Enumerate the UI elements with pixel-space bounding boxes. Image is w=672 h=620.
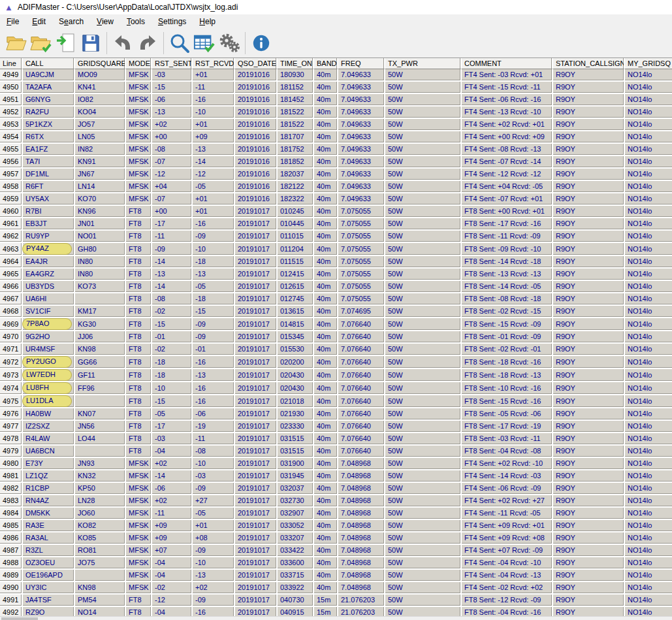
cell-qso_date[interactable]: 20191017	[235, 495, 278, 508]
cell-my_gridsq[interactable]: NO14lo	[625, 470, 672, 483]
cell-tx_pwr[interactable]: 50W	[385, 181, 462, 193]
cell-rst_rcvd[interactable]: -13	[193, 570, 235, 582]
cell-line[interactable]: 4986	[0, 532, 23, 545]
cell-qso_date[interactable]: 20191016	[235, 181, 278, 193]
cell-call[interactable]: UA6BCN	[23, 446, 75, 458]
cell-tx_pwr[interactable]: 50W	[385, 408, 462, 421]
cell-call[interactable]: LU1DLA	[23, 395, 75, 408]
cell-freq[interactable]: 7.049633	[338, 131, 385, 144]
cell-rst_sent[interactable]: +02	[152, 119, 193, 131]
cell-rst_sent[interactable]: -06	[152, 94, 193, 106]
cell-freq[interactable]: 7.048968	[338, 520, 385, 532]
cell-freq[interactable]: 21.076203	[338, 595, 385, 607]
cell-gridsquare[interactable]: IN82	[75, 144, 126, 156]
cell-rst_rcvd[interactable]: -11	[193, 82, 235, 94]
cell-freq[interactable]: 7.048968	[338, 545, 385, 557]
cell-station_callsign[interactable]: R9OY	[553, 281, 625, 293]
cell-rst_sent[interactable]: -12	[152, 169, 193, 181]
cell-my_gridsq[interactable]: NO14lo	[625, 532, 672, 545]
cell-gridsquare[interactable]: IN80	[75, 256, 126, 269]
cell-mode[interactable]: MFSK	[126, 508, 152, 520]
cell-rst_sent[interactable]: -07	[152, 193, 193, 206]
cell-tx_pwr[interactable]: 50W	[385, 595, 462, 607]
cell-call[interactable]: 7P8AO	[23, 318, 75, 331]
cell-call[interactable]: TA2AFA	[23, 82, 75, 94]
cell-rst_rcvd[interactable]: -10	[193, 458, 235, 470]
cell-comment[interactable]: FT4 Sent: +02 Rcvd: +27	[462, 495, 553, 508]
cell-tx_pwr[interactable]: 50W	[385, 131, 462, 144]
cell-call[interactable]: EA4JR	[23, 256, 75, 269]
cell-gridsquare[interactable]: LN05	[75, 131, 126, 144]
cell-call[interactable]: 9G2HO	[23, 331, 75, 344]
cell-time_on[interactable]: 181522	[278, 106, 314, 119]
cell-line[interactable]: 4950	[0, 82, 23, 94]
cell-call[interactable]: PY2UGO	[23, 356, 75, 369]
cell-freq[interactable]: 7.075055	[338, 243, 385, 256]
cell-station_callsign[interactable]: R9OY	[553, 421, 625, 433]
column-header-rst_sent[interactable]: RST_SENT	[152, 58, 193, 69]
cell-station_callsign[interactable]: R9OY	[553, 483, 625, 495]
cell-rst_sent[interactable]: -02	[152, 306, 193, 318]
cell-tx_pwr[interactable]: 50W	[385, 344, 462, 356]
cell-tx_pwr[interactable]: 50W	[385, 570, 462, 582]
cell-qso_date[interactable]: 20191017	[235, 520, 278, 532]
cell-comment[interactable]: FT8 Sent: -02 Rcvd: -01	[462, 344, 553, 356]
cell-comment[interactable]: FT4 Sent: -07 Rcvd: -14	[462, 156, 553, 169]
cell-gridsquare[interactable]: JN56	[75, 421, 126, 433]
cell-comment[interactable]: FT4 Sent: -11 Rcvd: -05	[462, 508, 553, 520]
cell-freq[interactable]: 7.048968	[338, 557, 385, 570]
cell-my_gridsq[interactable]: NO14lo	[625, 595, 672, 607]
cell-line[interactable]: 4984	[0, 508, 23, 520]
cell-my_gridsq[interactable]: NO14lo	[625, 119, 672, 131]
cell-rst_rcvd[interactable]: -13	[193, 369, 235, 382]
cell-qso_date[interactable]: 20191017	[235, 231, 278, 243]
cell-qso_date[interactable]: 20191017	[235, 395, 278, 408]
cell-time_on[interactable]: 031515	[278, 433, 314, 446]
cell-rst_sent[interactable]: +00	[152, 131, 193, 144]
cell-tx_pwr[interactable]: 50W	[385, 458, 462, 470]
cell-rst_sent[interactable]: -04	[152, 557, 193, 570]
cell-rst_sent[interactable]: -17	[152, 218, 193, 231]
cell-band[interactable]: 40m	[314, 532, 338, 545]
cell-line[interactable]: 4966	[0, 281, 23, 293]
cell-line[interactable]: 4982	[0, 483, 23, 495]
cell-time_on[interactable]: 011015	[278, 231, 314, 243]
cell-mode[interactable]: FT8	[126, 395, 152, 408]
cell-my_gridsq[interactable]: NO14lo	[625, 433, 672, 446]
cell-rst_rcvd[interactable]: -10	[193, 106, 235, 119]
cell-freq[interactable]: 7.076640	[338, 344, 385, 356]
cell-qso_date[interactable]: 20191016	[235, 106, 278, 119]
cell-freq[interactable]: 7.048968	[338, 495, 385, 508]
cell-time_on[interactable]: 033422	[278, 545, 314, 557]
cell-gridsquare[interactable]: KN98	[75, 582, 126, 595]
cell-rst_rcvd[interactable]: +09	[193, 131, 235, 144]
cell-qso_date[interactable]: 20191017	[235, 470, 278, 483]
cell-my_gridsq[interactable]: NO14lo	[625, 69, 672, 82]
cell-freq[interactable]: 7.076640	[338, 369, 385, 382]
cell-freq[interactable]: 7.049633	[338, 106, 385, 119]
cell-mode[interactable]: MFSK	[126, 495, 152, 508]
cell-tx_pwr[interactable]: 50W	[385, 69, 462, 82]
cell-station_callsign[interactable]: R9OY	[553, 532, 625, 545]
cell-line[interactable]: 4985	[0, 520, 23, 532]
cell-my_gridsq[interactable]: NO14lo	[625, 94, 672, 106]
cell-freq[interactable]: 7.048968	[338, 508, 385, 520]
cell-rst_sent[interactable]: -10	[152, 382, 193, 395]
cell-station_callsign[interactable]: R9OY	[553, 595, 625, 607]
cell-comment[interactable]: FT8 Sent: -18 Rcvd: -13	[462, 369, 553, 382]
cell-tx_pwr[interactable]: 50W	[385, 119, 462, 131]
cell-station_callsign[interactable]: R9OY	[553, 557, 625, 570]
cell-call[interactable]: LW7EDH	[23, 369, 75, 382]
cell-rst_rcvd[interactable]: -06	[193, 408, 235, 421]
cell-tx_pwr[interactable]: 50W	[385, 231, 462, 243]
cell-mode[interactable]: FT8	[126, 369, 152, 382]
cell-band[interactable]: 40m	[314, 131, 338, 144]
cell-mode[interactable]: FT8	[126, 595, 152, 607]
cell-mode[interactable]: MFSK	[126, 545, 152, 557]
cell-time_on[interactable]: 013615	[278, 306, 314, 318]
cell-gridsquare[interactable]: IO82	[75, 94, 126, 106]
cell-comment[interactable]: FT4 Sent: -06 Rcvd: -16	[462, 94, 553, 106]
cell-station_callsign[interactable]: R9OY	[553, 131, 625, 144]
cell-qso_date[interactable]: 20191017	[235, 293, 278, 306]
cell-my_gridsq[interactable]: NO14lo	[625, 557, 672, 570]
